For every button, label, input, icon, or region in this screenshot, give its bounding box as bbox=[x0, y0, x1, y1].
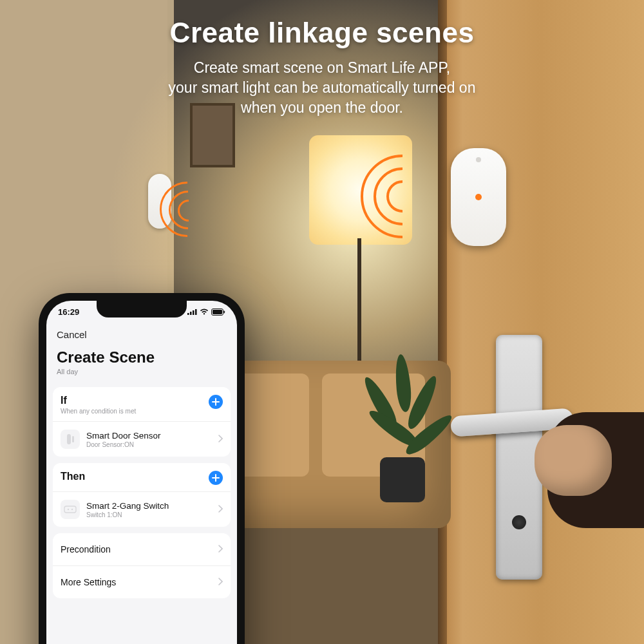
svg-rect-7 bbox=[67, 434, 71, 444]
svg-rect-3 bbox=[195, 309, 197, 315]
add-condition-button[interactable] bbox=[209, 395, 223, 409]
cellular-signal-icon bbox=[187, 308, 197, 315]
precondition-row[interactable]: Precondition bbox=[53, 533, 231, 565]
keyhole-icon bbox=[512, 515, 526, 529]
page-title: Create Scene bbox=[57, 348, 227, 366]
svg-rect-1 bbox=[190, 312, 192, 315]
action-title: Smart 2-Gang Switch bbox=[86, 501, 169, 511]
more-settings-label: More Settings bbox=[61, 577, 116, 587]
condition-subtitle: Door Sensor:ON bbox=[86, 441, 161, 448]
if-section: If When any condition is met Smart Door … bbox=[53, 387, 231, 457]
if-title: If bbox=[61, 395, 136, 406]
svg-rect-2 bbox=[193, 310, 194, 315]
chevron-right-icon bbox=[218, 544, 223, 555]
chevron-right-icon bbox=[218, 576, 223, 588]
chevron-right-icon bbox=[218, 504, 223, 515]
door-sensor-main bbox=[451, 148, 506, 246]
hero-title: Create linkage scenes bbox=[0, 17, 644, 49]
svg-rect-6 bbox=[224, 310, 225, 313]
then-section: Then Smart 2-Gang Switch Switch 1:ON bbox=[53, 463, 231, 527]
action-subtitle: Switch 1:ON bbox=[86, 511, 169, 518]
door-sensor-icon bbox=[61, 430, 80, 449]
plus-icon bbox=[212, 398, 220, 406]
page-subtitle: All day bbox=[57, 368, 227, 375]
phone-screen: 16:29 Cancel Create Scene All day bbox=[46, 301, 237, 644]
precondition-label: Precondition bbox=[61, 544, 111, 554]
condition-row-door-sensor[interactable]: Smart Door Sensor Door Sensor:ON bbox=[53, 421, 231, 457]
status-time: 16:29 bbox=[58, 307, 79, 317]
hand bbox=[535, 386, 644, 528]
svg-point-10 bbox=[68, 509, 69, 510]
page-header: Create Scene All day bbox=[46, 346, 237, 381]
svg-point-11 bbox=[71, 509, 73, 510]
battery-icon bbox=[211, 308, 225, 316]
chevron-right-icon bbox=[218, 433, 223, 445]
svg-rect-5 bbox=[213, 310, 222, 314]
hero-text: Create linkage scenes Create smart scene… bbox=[0, 17, 644, 118]
plus-icon bbox=[212, 474, 220, 482]
then-title: Then bbox=[61, 471, 85, 482]
svg-rect-8 bbox=[72, 436, 74, 442]
wifi-icon bbox=[200, 308, 209, 315]
phone-notch bbox=[97, 301, 187, 317]
action-row-switch[interactable]: Smart 2-Gang Switch Switch 1:ON bbox=[53, 491, 231, 527]
plant bbox=[361, 335, 444, 502]
add-action-button[interactable] bbox=[209, 471, 223, 485]
more-settings-row[interactable]: More Settings bbox=[53, 565, 231, 598]
if-subtitle: When any condition is met bbox=[61, 408, 136, 415]
extra-rows: Precondition More Settings bbox=[53, 533, 231, 598]
svg-rect-9 bbox=[64, 506, 76, 513]
svg-rect-0 bbox=[187, 313, 189, 315]
hero-subtitle: Create smart scene on Smart Life APP, yo… bbox=[0, 58, 644, 118]
switch-icon bbox=[61, 500, 80, 519]
phone-mockup: 16:29 Cancel Create Scene All day bbox=[39, 293, 245, 644]
nav-bar: Cancel bbox=[46, 323, 237, 346]
cancel-button[interactable]: Cancel bbox=[57, 329, 87, 340]
condition-title: Smart Door Sensor bbox=[86, 431, 161, 440]
